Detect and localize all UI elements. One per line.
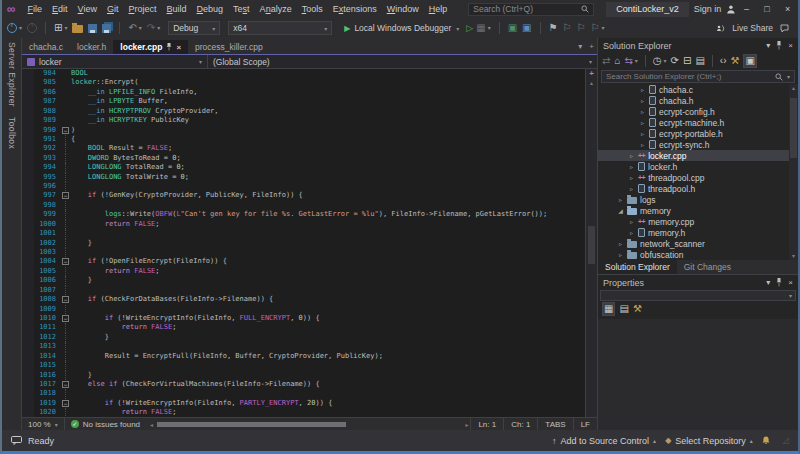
tab-locker-h[interactable]: locker.h xyxy=(70,40,113,54)
add-to-source-control-button[interactable]: ↑ Add to Source Control ▴ xyxy=(552,436,656,446)
expand-arrow-icon[interactable]: ▹ xyxy=(628,185,635,192)
expand-arrow-icon[interactable]: ▹ xyxy=(617,196,624,203)
fold-margin[interactable] xyxy=(61,182,71,191)
fold-margin[interactable] xyxy=(61,154,71,163)
tab-toolbox[interactable]: Toolbox xyxy=(7,117,17,149)
fold-margin[interactable] xyxy=(61,173,71,182)
tree-item-ecrypt-portable-h[interactable]: ▹ecrypt-portable.h xyxy=(598,128,789,139)
tree-item-memory[interactable]: ◢memory xyxy=(598,205,789,216)
breakpoint-margin[interactable] xyxy=(22,342,34,351)
fold-margin[interactable] xyxy=(61,144,71,153)
live-share-button[interactable]: Live Share xyxy=(732,23,773,33)
menu-tools[interactable]: Tools xyxy=(297,2,328,16)
expand-arrow-icon[interactable]: ▹ xyxy=(628,152,635,159)
breakpoint-margin[interactable] xyxy=(22,399,34,408)
expand-arrow-icon[interactable]: ▹ xyxy=(628,218,635,225)
panel-tab-git-changes[interactable]: Git Changes xyxy=(677,260,738,274)
zoom-level-dropdown[interactable]: 100 % ▾ xyxy=(22,418,65,430)
breakpoint-margin[interactable] xyxy=(22,210,34,219)
tree-item-obfuscation[interactable]: ▹obfuscation xyxy=(598,249,789,260)
minimize-button[interactable]: – xyxy=(736,1,757,18)
expand-arrow-icon[interactable]: ◢ xyxy=(617,207,624,214)
navigate-forward-icon[interactable] xyxy=(27,23,37,33)
sign-in-button[interactable]: Sign in xyxy=(689,4,727,14)
menu-analyze[interactable]: Analyze xyxy=(255,2,297,16)
pin-icon[interactable] xyxy=(776,278,782,287)
fold-margin[interactable] xyxy=(61,248,71,257)
fold-margin[interactable] xyxy=(61,239,71,248)
column-indicator[interactable]: Ch: 1 xyxy=(503,418,537,430)
tabs-indicator[interactable]: TABS xyxy=(537,418,572,430)
breakpoint-margin[interactable] xyxy=(22,173,34,182)
scroll-up-icon[interactable]: ▴ xyxy=(789,84,798,92)
open-file-icon[interactable] xyxy=(72,23,83,33)
tree-item-memory-h[interactable]: ▹memory.h xyxy=(598,227,789,238)
breakpoint-margin[interactable] xyxy=(22,97,34,106)
home-icon[interactable]: ⌂ xyxy=(614,56,620,66)
tab-process_killer-cpp[interactable]: process_killer.cpp xyxy=(188,40,270,54)
feedback-icon[interactable] xyxy=(780,24,789,33)
menu-build[interactable]: Build xyxy=(162,2,192,16)
tree-item-threadpool-h[interactable]: ▹threadpool.h xyxy=(598,183,789,194)
window-split-icon[interactable]: + xyxy=(589,42,594,51)
expand-arrow-icon[interactable]: ▹ xyxy=(628,163,635,170)
scroll-up-icon[interactable]: ▴ xyxy=(586,79,597,87)
pin-icon[interactable] xyxy=(776,41,782,50)
property-pages-icon[interactable]: ⚒ xyxy=(633,304,642,314)
breakpoint-margin[interactable] xyxy=(22,248,34,257)
bookmark-toggle-icon[interactable]: ⚑ xyxy=(549,23,558,33)
sync-with-active-document-icon[interactable]: ⇄ xyxy=(602,56,610,66)
breakpoint-margin[interactable] xyxy=(22,116,34,125)
tree-item-ecrypt-sync-h[interactable]: ▹ecrypt-sync.h xyxy=(598,139,789,150)
breakpoint-margin[interactable] xyxy=(22,286,34,295)
expand-arrow-icon[interactable]: ▹ xyxy=(617,251,624,258)
select-repository-button[interactable]: ◆ Select Repository ▴ xyxy=(665,436,753,446)
bookmark-prev-icon[interactable]: ⚐ xyxy=(563,23,572,33)
pending-changes-filter-icon[interactable]: ◷▾ xyxy=(653,56,667,66)
fold-collapse-icon[interactable]: − xyxy=(62,296,69,303)
expand-arrow-icon[interactable]: ▹ xyxy=(639,108,646,115)
tree-item-network-scanner[interactable]: ▹network_scanner xyxy=(598,238,789,249)
document-list-dropdown-icon[interactable]: ▾ xyxy=(578,42,582,51)
menu-extensions[interactable]: Extensions xyxy=(328,2,382,16)
breakpoint-margin[interactable] xyxy=(22,257,34,266)
menu-window[interactable]: Window xyxy=(382,2,424,16)
close-icon[interactable]: × xyxy=(176,43,181,52)
preview-selected-items-icon[interactable]: ▣ xyxy=(743,54,756,68)
breakpoint-margin[interactable] xyxy=(22,126,34,135)
vertical-scroll-thumb[interactable] xyxy=(588,226,595,264)
bell-icon[interactable] xyxy=(762,436,770,445)
build-selection-icon[interactable]: ▣ xyxy=(522,23,531,33)
breakpoint-margin[interactable] xyxy=(22,371,34,380)
breakpoint-margin[interactable] xyxy=(22,276,34,285)
fold-margin[interactable] xyxy=(61,276,71,285)
breakpoint-margin[interactable] xyxy=(22,154,34,163)
fold-collapse-icon[interactable]: − xyxy=(62,258,69,265)
scope-dropdown[interactable]: (Global Scope) ▾ xyxy=(208,55,597,68)
breakpoint-margin[interactable] xyxy=(22,267,34,276)
types-dropdown[interactable]: locker ▾ xyxy=(22,55,208,68)
fold-margin[interactable] xyxy=(61,97,71,106)
eol-indicator[interactable]: LF xyxy=(573,418,597,430)
collapse-all-icon[interactable]: ⊟ xyxy=(683,56,691,66)
navigate-backward-icon[interactable]: ▾ xyxy=(7,23,22,33)
breakpoint-margin[interactable] xyxy=(22,239,34,248)
bookmark-list-icon[interactable]: ⚐▾ xyxy=(590,23,604,33)
save-icon[interactable] xyxy=(88,24,97,33)
fold-collapse-icon[interactable]: − xyxy=(62,381,69,388)
fold-margin[interactable] xyxy=(61,371,71,380)
breakpoint-margin[interactable] xyxy=(22,220,34,229)
horizontal-scroll-thumb[interactable] xyxy=(157,422,346,427)
fold-margin[interactable] xyxy=(61,78,71,87)
editor-vertical-scrollbar[interactable]: + ▴ xyxy=(585,69,597,417)
configuration-dropdown[interactable]: Debug▾ xyxy=(168,21,220,35)
breakpoint-margin[interactable] xyxy=(22,229,34,238)
tree-item-locker-h[interactable]: ▹locker.h xyxy=(598,161,789,172)
tree-item-chacha-c[interactable]: ▹chacha.c xyxy=(598,84,789,95)
start-without-debugging-button[interactable]: ▷ xyxy=(466,23,473,33)
platform-dropdown[interactable]: x64▾ xyxy=(228,21,332,35)
tree-item-threadpool-cpp[interactable]: ▹++threadpool.cpp xyxy=(598,172,789,183)
tree-item-logs[interactable]: ▹logs xyxy=(598,194,789,205)
expand-arrow-icon[interactable]: ▹ xyxy=(639,97,646,104)
breakpoint-margin[interactable] xyxy=(22,323,34,332)
